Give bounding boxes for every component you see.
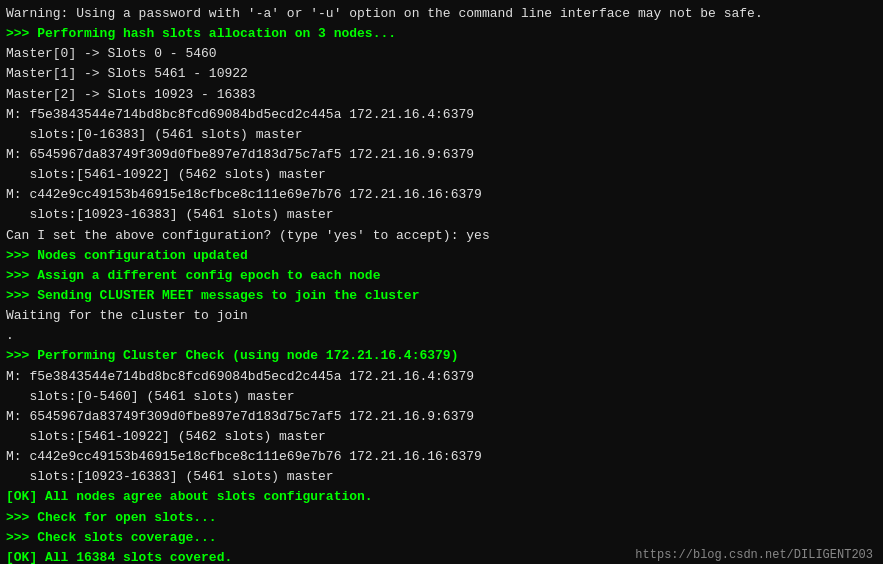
terminal-line: Master[0] -> Slots 0 - 5460 (6, 44, 877, 64)
terminal-line: Master[2] -> Slots 10923 - 16383 (6, 85, 877, 105)
terminal-line: slots:[0-16383] (5461 slots) master (6, 125, 877, 145)
watermark: https://blog.csdn.net/DILIGENT203 (635, 548, 873, 562)
terminal-line: M: 6545967da83749f309d0fbe897e7d183d75c7… (6, 407, 877, 427)
terminal-line: M: c442e9cc49153b46915e18cfbce8c111e69e7… (6, 185, 877, 205)
terminal-line: M: f5e3843544e714bd8bc8fcd69084bd5ecd2c4… (6, 105, 877, 125)
terminal-line: slots:[10923-16383] (5461 slots) master (6, 467, 877, 487)
terminal-window: Warning: Using a password with '-a' or '… (0, 0, 883, 564)
terminal-line: Warning: Using a password with '-a' or '… (6, 4, 877, 24)
terminal-line: >>> Performing Cluster Check (using node… (6, 346, 877, 366)
terminal-line: M: c442e9cc49153b46915e18cfbce8c111e69e7… (6, 447, 877, 467)
terminal-line: >>> Sending CLUSTER MEET messages to joi… (6, 286, 877, 306)
terminal-line: slots:[10923-16383] (5461 slots) master (6, 205, 877, 225)
terminal-line: >>> Check slots coverage... (6, 528, 877, 548)
terminal-line: >>> Check for open slots... (6, 508, 877, 528)
terminal-line: slots:[5461-10922] (5462 slots) master (6, 427, 877, 447)
terminal-line: Master[1] -> Slots 5461 - 10922 (6, 64, 877, 84)
terminal-line: M: f5e3843544e714bd8bc8fcd69084bd5ecd2c4… (6, 367, 877, 387)
terminal-line: >>> Assign a different config epoch to e… (6, 266, 877, 286)
terminal-output: Warning: Using a password with '-a' or '… (6, 4, 877, 564)
terminal-line: Waiting for the cluster to join (6, 306, 877, 326)
terminal-line: >>> Nodes configuration updated (6, 246, 877, 266)
terminal-line: slots:[0-5460] (5461 slots) master (6, 387, 877, 407)
terminal-line: slots:[5461-10922] (5462 slots) master (6, 165, 877, 185)
terminal-line: . (6, 326, 877, 346)
terminal-line: [OK] All nodes agree about slots configu… (6, 487, 877, 507)
terminal-line: Can I set the above configuration? (type… (6, 226, 877, 246)
terminal-line: M: 6545967da83749f309d0fbe897e7d183d75c7… (6, 145, 877, 165)
terminal-line: >>> Performing hash slots allocation on … (6, 24, 877, 44)
